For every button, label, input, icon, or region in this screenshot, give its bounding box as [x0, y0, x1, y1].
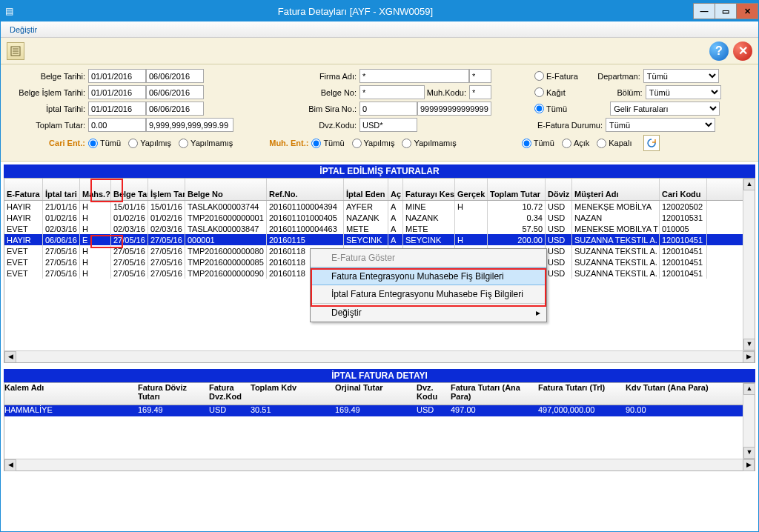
bolum-label: Bölüm: — [573, 88, 646, 97]
grid2-hscroll[interactable]: ◀▶ — [4, 459, 755, 471]
grid1-col-5[interactable]: Belge No — [185, 179, 267, 200]
bim-sira-to[interactable] — [417, 102, 491, 116]
menu-degistir[interactable]: Değiştir — [5, 24, 42, 36]
islem-tarihi-label: Belge İşlem Tarihi: — [7, 88, 88, 97]
grid2-col-0[interactable]: Kalem Adı — [4, 383, 138, 405]
radio-cari-tumu[interactable]: Tümü — [88, 139, 121, 148]
grid2-col-7[interactable]: Fatura Tutarı (Trl) — [538, 383, 626, 405]
grid1-col-2[interactable]: Mahs.? — [80, 179, 111, 200]
muh-ent-label: Muh. Ent.: — [240, 139, 311, 147]
grid1-col-14[interactable]: Cari Kodu — [660, 179, 707, 200]
bolum-select[interactable]: Tümü — [646, 85, 721, 99]
radio-efatura[interactable]: E-Fatura — [534, 71, 578, 81]
grid2-col-2[interactable]: Fatura Dvz.Kod — [209, 383, 251, 405]
list-icon[interactable] — [7, 42, 24, 60]
refresh-icon[interactable] — [643, 135, 660, 151]
grid2-col-4[interactable]: Orjinal Tutar — [335, 383, 417, 405]
grid2-vscroll[interactable]: ▲▼ — [743, 383, 755, 459]
radio-muh-yapilmis[interactable]: Yapılmış — [352, 139, 395, 148]
departman-select[interactable]: Tümü — [643, 69, 719, 83]
grid2-col-1[interactable]: Fatura Döviz Tutarı — [138, 383, 209, 405]
grid2-col-8[interactable]: Kdv Tutarı (Ana Para) — [626, 383, 722, 405]
radio-tip-tumu[interactable]: Tümü — [534, 104, 567, 113]
titlebar: ▤ Fatura Detayları [AYF - XGNW0059] — ▭ … — [1, 1, 758, 21]
grid2-col-6[interactable]: Fatura Tutarı (Ana Para) — [451, 383, 538, 405]
dvz-kodu-label: Dvz.Kodu: — [233, 121, 359, 130]
cancel-icon[interactable]: ✕ — [733, 41, 752, 61]
grid1: E-Faturaİptal tariMahs.?Belge Tarihiİşle… — [4, 178, 755, 363]
filter-panel: Belge Tarihi: Firma Adı: E-Fatura Depart… — [1, 64, 758, 162]
efdurum-label: E-Fatura Durumu: — [534, 121, 606, 130]
ctx-degistir[interactable]: Değiştir — [311, 304, 546, 322]
grid1-col-0[interactable]: E-Fatura — [4, 179, 43, 200]
table-row[interactable]: HAYIR06/06/16E27/05/1627/05/160000012016… — [4, 234, 755, 245]
grid1-hscroll[interactable]: ◀▶ — [4, 350, 755, 362]
ctx-efatura-goster[interactable]: E-Fatura Göster — [311, 249, 546, 267]
iptal-tarihi-label: İptal Tarihi: — [7, 104, 88, 113]
dvz-kodu-input[interactable] — [359, 118, 417, 132]
maximize-button[interactable]: ▭ — [715, 3, 737, 19]
muhkodu-input[interactable] — [469, 85, 491, 99]
radio-durum-acik[interactable]: Açık — [562, 139, 589, 148]
grid1-col-12[interactable]: Döviz Cinsi — [546, 179, 572, 200]
bim-sira-label: Bim Sira No.: — [204, 104, 359, 113]
belge-no-input[interactable] — [359, 85, 425, 99]
grid2-col-3[interactable]: Toplam Kdv — [251, 383, 335, 405]
table-row[interactable]: EVET02/03/16H02/03/1602/03/16TASLAK00000… — [4, 223, 755, 234]
ctx-iptal-fatura-ent[interactable]: İptal Fatura Entegrasyonu Muhasebe Fiş B… — [311, 285, 546, 304]
toplam-tutar-to[interactable] — [146, 118, 233, 132]
islem-tarihi-to[interactable] — [146, 85, 204, 99]
context-menu: E-Fatura Göster Fatura Entegrasyonu Muha… — [310, 248, 547, 322]
iptal-tarihi-from[interactable] — [88, 102, 146, 116]
help-icon[interactable]: ? — [709, 41, 729, 61]
radio-muh-yapilmamis[interactable]: Yapılmamış — [402, 139, 456, 148]
menubar: Değiştir — [1, 21, 758, 38]
grid2-title: İPTAL FATURA DETAYI — [4, 369, 755, 382]
app-icon: ▤ — [1, 6, 17, 16]
iptal-tarihi-to[interactable] — [146, 102, 204, 116]
close-button[interactable]: ✕ — [736, 3, 758, 19]
radio-durum-tumu[interactable]: Tümü — [522, 139, 554, 148]
grid1-col-8[interactable]: Aç K — [388, 179, 403, 200]
grid1-col-7[interactable]: İptal Eden Kullanıcı — [344, 179, 388, 200]
minimize-button[interactable]: — — [693, 3, 715, 19]
grid1-title: İPTAL EDİLMİŞ FATURALAR — [4, 164, 755, 178]
grid1-col-10[interactable]: Gerçek İptal — [455, 179, 488, 200]
ftip-select[interactable]: Gelir Faturaları — [610, 102, 720, 116]
radio-kagit[interactable]: Kağıt — [534, 87, 566, 97]
efdurum-select[interactable]: Tümü — [606, 118, 715, 132]
table-row[interactable]: HAYIR01/02/16H01/02/1601/02/16TMP2016000… — [4, 212, 755, 223]
toolbar: ? ✕ — [1, 38, 758, 64]
table-row[interactable]: HAYIR21/01/16H15/01/1615/01/16TASLAK0000… — [4, 201, 755, 212]
grid1-col-1[interactable]: İptal tari — [43, 179, 80, 200]
ctx-fatura-ent[interactable]: Fatura Entegrasyonu Muhasebe Fiş Bilgile… — [311, 267, 546, 285]
firma-adi-from[interactable] — [359, 69, 469, 83]
radio-muh-tumu[interactable]: Tümü — [311, 139, 344, 148]
belge-tarihi-from[interactable] — [88, 69, 146, 83]
belge-no-label: Belge No: — [204, 88, 359, 97]
grid1-col-11[interactable]: Toplam Tutar — [488, 179, 546, 200]
muhkodu-label: Muh.Kodu: — [425, 88, 469, 97]
grid1-col-6[interactable]: Ref.No. — [267, 179, 344, 200]
radio-durum-kapali[interactable]: Kapalı — [597, 139, 632, 148]
cari-ent-label: Cari Ent.: — [7, 139, 88, 147]
grid2: Kalem AdıFatura Döviz TutarıFatura Dvz.K… — [4, 382, 755, 471]
grid1-col-13[interactable]: Müşteri Adı — [572, 179, 660, 200]
radio-cari-yapilmamis[interactable]: Yapılmamış — [179, 139, 233, 148]
grid1-col-4[interactable]: İşlem Tarihi — [148, 179, 185, 200]
toplam-tutar-from[interactable] — [88, 118, 146, 132]
firma-adi-label: Firma Adı: — [204, 72, 359, 81]
grid2-col-5[interactable]: Dvz. Kodu — [417, 383, 451, 405]
islem-tarihi-from[interactable] — [88, 85, 146, 99]
grid1-col-3[interactable]: Belge Tarihi — [111, 179, 148, 200]
toplam-tutar-label: Toplam Tutar: — [7, 121, 88, 130]
table-row[interactable]: HAMMALİYE169.49USD30.51169.49USD497.0049… — [4, 405, 755, 416]
belge-tarihi-to[interactable] — [146, 69, 204, 83]
grid1-col-9[interactable]: Faturayı Kesen Kullanıcı — [403, 179, 455, 200]
departman-label: Departman: — [586, 72, 643, 81]
firma-adi-to[interactable] — [469, 69, 491, 83]
belge-tarihi-label: Belge Tarihi: — [7, 72, 88, 81]
grid1-vscroll[interactable]: ▲▼ — [743, 179, 755, 350]
radio-cari-yapilmis[interactable]: Yapılmış — [128, 139, 171, 148]
bim-sira-from[interactable] — [359, 102, 417, 116]
